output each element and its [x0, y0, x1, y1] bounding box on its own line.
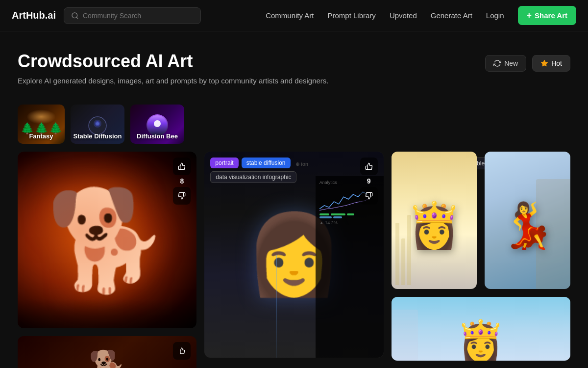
nav-prompt-library[interactable]: Prompt Library — [328, 11, 376, 20]
fashion-image-row: 👸 💃 — [392, 152, 570, 289]
bottom-card-1-emoji: 🐕 — [89, 348, 125, 368]
category-fantasy-label: Fantasy — [18, 132, 65, 140]
bottom-card-1-image: 🐕 — [18, 336, 196, 368]
bottom-card-1-upvote[interactable] — [173, 342, 191, 360]
logo[interactable]: ArtHub.ai — [12, 10, 56, 21]
fashion-top-container: fantasy Fashion stable diffusion 56 — [392, 152, 570, 289]
portrait-vote-count: 9 — [367, 177, 371, 185]
sort-new-button[interactable]: New — [485, 55, 526, 72]
search-bar — [64, 7, 201, 24]
nav-community-art[interactable]: Community Art — [266, 11, 314, 20]
sort-new-label: New — [504, 59, 518, 67]
category-diffusion-bee[interactable]: Diffusion Bee — [130, 105, 184, 144]
bar-5 — [333, 216, 342, 218]
bar-3 — [347, 213, 354, 215]
dog-emoji: 🐕 — [46, 191, 169, 289]
sort-hot-button[interactable]: Hot — [532, 55, 570, 72]
plus-icon: + — [527, 10, 532, 21]
navbar: ArtHub.ai Community Art Prompt Library U… — [0, 0, 588, 31]
fashion-figure-2-emoji: 💃 — [500, 203, 555, 247]
search-icon — [71, 12, 79, 20]
search-input[interactable] — [83, 12, 194, 20]
column-2: 👩 Analytics — [204, 152, 383, 368]
star-icon — [540, 59, 548, 67]
share-art-label: Share Art — [535, 11, 567, 20]
svg-point-0 — [72, 13, 77, 18]
crown-card[interactable]: 👸 — [392, 297, 570, 361]
navbar-left: ArtHub.ai — [12, 7, 201, 24]
category-fantasy[interactable]: 🌲 🌲 🌲 Fantasy — [18, 105, 65, 144]
portrait-thumbup-icon — [365, 162, 373, 170]
bottom-card-1[interactable]: 🐕 — [18, 336, 196, 368]
column-1: 🐕 8 — [18, 152, 196, 368]
gallery-grid: 🐕 8 — [0, 152, 588, 368]
category-stable-diffusion[interactable]: Stable Diffusion — [71, 105, 124, 144]
portrait-downvote-button[interactable] — [360, 187, 378, 205]
fashion-image-1: 👸 — [392, 152, 477, 289]
dog-card[interactable]: 🐕 8 — [18, 152, 196, 328]
tag-portrait[interactable]: portrait — [210, 158, 238, 168]
nav-upvoted[interactable]: Upvoted — [390, 11, 417, 20]
fashion-figure-1-emoji: 👸 — [407, 203, 462, 247]
dog-upvote-button[interactable] — [173, 158, 191, 175]
hero-section: Crowdsourced AI Art Explore AI generated… — [0, 31, 588, 97]
crown-image: 👸 — [392, 297, 570, 361]
bar-1 — [319, 213, 329, 215]
page-title: Crowdsourced AI Art — [18, 51, 329, 72]
bottom-card-1-vote — [173, 342, 191, 360]
category-diffusion-bee-label: Diffusion Bee — [130, 132, 184, 140]
portrait-tags: portrait stable diffusion data visualiza… — [210, 158, 344, 183]
bar-4 — [319, 216, 332, 218]
portrait-vote-overlay: 9 — [360, 158, 378, 205]
fashion-card-1[interactable]: 👸 — [392, 152, 477, 289]
hero-subtitle: Explore AI generated designs, images, ar… — [18, 77, 329, 85]
dog-vote-count: 8 — [180, 177, 184, 185]
dog-vote-overlay: 8 — [173, 158, 191, 205]
fashion-image-2: 💃 — [485, 152, 570, 289]
bar-2 — [331, 213, 345, 215]
share-art-button[interactable]: + Share Art — [518, 6, 576, 25]
fashion-card-2[interactable]: 💃 — [485, 152, 570, 289]
thumbdown-icon — [178, 192, 186, 200]
dog-downvote-button[interactable] — [173, 187, 191, 205]
portrait-upvote-button[interactable] — [360, 158, 378, 175]
svg-point-5 — [96, 122, 99, 125]
nav-login[interactable]: Login — [486, 11, 504, 20]
portrait-card[interactable]: 👩 Analytics — [204, 152, 383, 358]
column-3: fantasy Fashion stable diffusion 56 — [392, 152, 570, 368]
svg-marker-1 — [541, 60, 548, 66]
navbar-right: Community Art Prompt Library Upvoted Gen… — [266, 6, 576, 25]
portrait-thumbdown-icon — [365, 192, 373, 200]
sort-hot-label: Hot — [551, 59, 562, 67]
dog-image: 🐕 — [18, 152, 196, 328]
tag-stable-diffusion[interactable]: stable diffusion — [242, 158, 291, 168]
tag-data-viz[interactable]: data visualization infographic — [210, 171, 296, 183]
nav-generate-art[interactable]: Generate Art — [431, 11, 472, 20]
thumbup-small-icon — [178, 347, 185, 354]
refresh-icon — [493, 59, 501, 67]
category-stable-label: Stable Diffusion — [71, 132, 124, 140]
category-row: 🌲 🌲 🌲 Fantasy Stable Diffusion Diffusion… — [0, 97, 588, 152]
crown-person-emoji: 👸 — [456, 321, 505, 361]
thumbup-icon — [178, 162, 186, 170]
